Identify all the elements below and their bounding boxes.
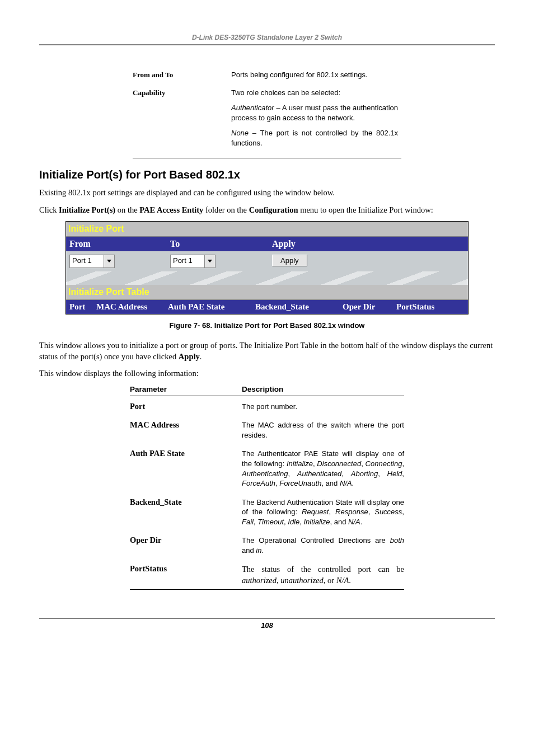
table-row: Backend_State The Backend Authentication…	[130, 492, 404, 530]
p-oper-dir: Oper Dir	[130, 536, 242, 545]
table-row: Oper Dir The Operational Controlled Dire…	[130, 530, 404, 558]
section-heading: Initialize Port(s) for Port Based 802.1x	[39, 168, 495, 181]
p-port-status: PortStatus	[130, 564, 242, 574]
para-1: Existing 802.1x port settings are displa…	[39, 187, 495, 198]
page-number: 108	[39, 618, 495, 630]
col-auth-pae: Auth PAE State	[165, 300, 252, 314]
from-select-value: Port 1	[70, 255, 104, 267]
table-row: Auth PAE State The Authenticator PAE Sta…	[130, 443, 404, 491]
doc-header: D-Link DES-3250TG Standalone Layer 2 Swi…	[39, 34, 495, 44]
from-select[interactable]: Port 1	[69, 255, 115, 268]
table-row: PortStatus The status of the controlled …	[130, 558, 404, 590]
para-3: This window allows you to initialize a p…	[39, 340, 495, 363]
p-mac: MAC Address	[130, 420, 242, 430]
d-mac: The MAC address of the switch where the …	[242, 420, 404, 440]
hdr-to: To	[167, 237, 269, 251]
hdr-from: From	[66, 237, 167, 251]
svg-marker-0	[107, 260, 111, 262]
param-table1-rule	[133, 158, 401, 158]
port-table-header: Port MAC Address Auth PAE State Backend_…	[66, 300, 468, 314]
d-port: The port number.	[242, 402, 404, 412]
col-port: Port	[66, 300, 93, 314]
to-select[interactable]: Port 1	[170, 255, 216, 268]
controls-row: Port 1 Port 1 Apply	[66, 251, 468, 271]
table-row: Port The port number.	[130, 396, 404, 415]
param2-desc-extra1: Authenticator – A user must pass the aut…	[231, 103, 401, 128]
col-port-status: PortStatus	[393, 300, 468, 314]
chevron-down-icon[interactable]	[104, 255, 114, 267]
param1-name: From and To	[133, 68, 231, 86]
p-port: Port	[130, 402, 242, 411]
svg-marker-1	[208, 260, 212, 262]
para-2: Click Initialize Port(s) on the PAE Acce…	[39, 204, 495, 215]
d-auth-pae: The Authenticator PAE State will display…	[242, 449, 404, 488]
apply-button[interactable]: Apply	[272, 255, 307, 266]
head-parameter: Parameter	[130, 385, 242, 393]
col-mac: MAC Address	[93, 300, 165, 314]
param2-desc-extra2: None – The port is not controlled by the…	[231, 128, 401, 153]
header-rule	[39, 44, 495, 45]
param2-name: Capability	[133, 86, 231, 104]
panel-divider	[66, 271, 468, 285]
para-4: This window displays the following infor…	[39, 368, 495, 379]
d-port-status: The status of the controlled port can be…	[242, 564, 404, 586]
param-table-1: From and To Ports being configured for 8…	[133, 68, 401, 153]
figure-caption: Figure 7- 68. Initialize Port for Port B…	[39, 321, 495, 330]
initialize-port-screenshot: Initialize Port From To Apply Port 1 Por…	[65, 221, 469, 314]
p-auth-pae: Auth PAE State	[130, 449, 242, 458]
chevron-down-icon[interactable]	[204, 255, 215, 267]
col-backend: Backend_State	[252, 300, 339, 314]
param2-desc: Two role choices can be selected:	[231, 86, 401, 104]
d-backend: The Backend Authentication State will di…	[242, 497, 404, 527]
panel2-title: Initialize Port Table	[66, 285, 468, 300]
header-row: From To Apply	[66, 237, 468, 251]
p-backend: Backend_State	[130, 497, 242, 507]
table-row: MAC Address The MAC address of the switc…	[130, 415, 404, 443]
param-table-2: Parameter Description Port The port numb…	[130, 385, 404, 590]
to-select-value: Port 1	[171, 255, 204, 267]
col-oper-dir: Oper Dir	[339, 300, 393, 314]
panel1-title: Initialize Port	[66, 222, 468, 237]
hdr-apply: Apply	[269, 237, 468, 251]
d-oper-dir: The Operational Controlled Directions ar…	[242, 536, 404, 555]
param-table2-head: Parameter Description	[130, 385, 404, 396]
head-description: Description	[242, 385, 283, 393]
param1-desc: Ports being configured for 802.1x settin…	[231, 68, 401, 86]
